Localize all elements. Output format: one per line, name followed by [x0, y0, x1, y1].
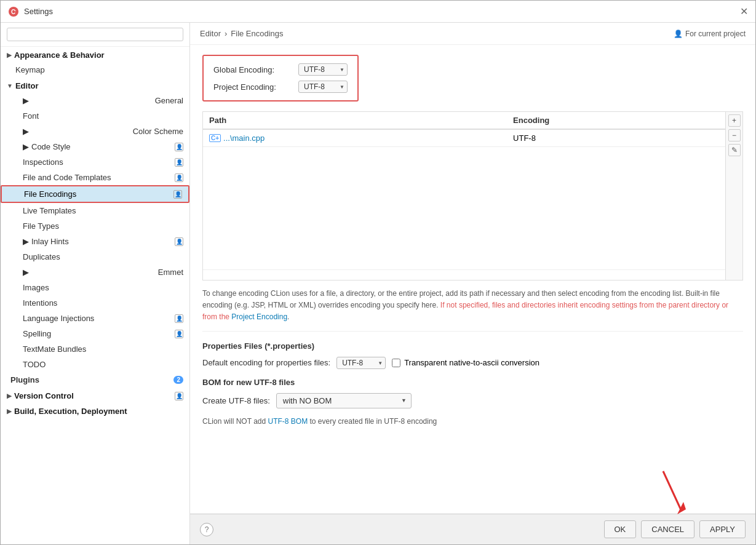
- bom-dropdown[interactable]: with NO BOM: [276, 393, 412, 408]
- global-encoding-dropdown[interactable]: UTF-8: [298, 63, 348, 76]
- sidebar-item-label: Inlay Hints: [31, 237, 69, 246]
- sidebar-item-emmet[interactable]: ▶ Emmet: [1, 265, 189, 280]
- sidebar-item-inlay-hints[interactable]: ▶ Inlay Hints 👤: [1, 234, 189, 249]
- apply-button[interactable]: APPLY: [699, 520, 746, 538]
- search-bar[interactable]: [1, 23, 189, 47]
- sidebar-item-font[interactable]: Font: [1, 108, 189, 124]
- sidebar-item-general[interactable]: ▶ General: [1, 93, 189, 108]
- file-path-cell: C+ ...\main.cpp: [209, 133, 501, 143]
- cancel-button[interactable]: CANCEL: [641, 520, 694, 538]
- title-bar: C + Settings ✕: [1, 1, 755, 23]
- sidebar-item-plugins[interactable]: Plugins 2: [1, 372, 189, 388]
- sidebar-item-inspections[interactable]: Inspections 👤: [1, 154, 189, 170]
- sidebar-item-label: General: [155, 96, 183, 105]
- edit-row-button[interactable]: ✎: [728, 144, 741, 156]
- sidebar-item-file-encodings[interactable]: File Encodings 👤: [1, 185, 189, 203]
- sidebar-item-label: Editor: [15, 81, 39, 90]
- file-table-wrapper: Path Encoding C+ ...\main.cpp: [202, 111, 743, 280]
- chevron-right-icon: ▶: [23, 96, 29, 105]
- search-input[interactable]: [7, 28, 183, 41]
- chevron-right-icon: ▶: [7, 408, 12, 415]
- project-encoding-dropdown-wrapper[interactable]: UTF-8: [298, 81, 348, 93]
- bom-desc-part1: CLion will NOT add: [202, 417, 268, 426]
- chevron-right-icon: ▶: [23, 268, 29, 277]
- user-scope-icon: 👤: [175, 173, 183, 182]
- properties-encoding-dropdown[interactable]: UTF-8: [336, 357, 386, 369]
- sidebar-item-color-scheme[interactable]: ▶ Color Scheme: [1, 124, 189, 139]
- chevron-right-icon: ▶: [7, 392, 12, 399]
- sidebar-item-images[interactable]: Images: [1, 280, 189, 295]
- sidebar-item-version-control[interactable]: ▶ Version Control 👤: [1, 388, 189, 403]
- sidebar-item-live-templates[interactable]: Live Templates: [1, 203, 189, 218]
- properties-encoding-dropdown-wrapper[interactable]: UTF-8: [336, 357, 386, 369]
- sidebar-item-language-injections[interactable]: Language Injections 👤: [1, 311, 189, 326]
- info-text: To change encoding CLion uses for a file…: [202, 288, 743, 332]
- sidebar-item-label: Build, Execution, Deployment: [14, 407, 127, 416]
- default-encoding-label: Default encoding for properties files:: [202, 358, 330, 367]
- chevron-right-icon: ▶: [7, 52, 12, 58]
- encoding-box: Global Encoding: UTF-8 Project Encoding:: [202, 55, 359, 101]
- user-scope-icon: 👤: [175, 143, 183, 151]
- sidebar-item-spelling[interactable]: Spelling 👤: [1, 326, 189, 341]
- sidebar-item-label: Appearance & Behavior: [14, 50, 105, 60]
- sidebar-item-textmate[interactable]: TextMate Bundles: [1, 341, 189, 357]
- footer: ? OK CANCEL APPLY: [190, 514, 755, 544]
- sidebar-item-label: Inspections: [23, 157, 63, 167]
- file-table: Path Encoding C+ ...\main.cpp: [203, 112, 725, 270]
- sidebar-item-label: Color Scheme: [133, 127, 183, 136]
- user-scope-icon: 👤: [175, 392, 183, 400]
- default-encoding-row: Default encoding for properties files: U…: [202, 357, 743, 369]
- utf8-bom-link[interactable]: UTF-8 BOM: [268, 417, 308, 426]
- project-encoding-link[interactable]: Project Encoding: [231, 312, 287, 321]
- sidebar-item-label: File Encodings: [24, 189, 76, 199]
- sidebar-group-appearance[interactable]: ▶ Appearance & Behavior: [1, 47, 189, 62]
- breadcrumb-file-encodings: File Encodings: [231, 29, 283, 38]
- sidebar-item-duplicates[interactable]: Duplicates: [1, 249, 189, 265]
- sidebar-item-label: TextMate Bundles: [23, 344, 86, 354]
- c-plus-icon: C+: [209, 134, 221, 142]
- sidebar-item-label: Live Templates: [23, 206, 76, 215]
- sidebar-item-file-code-templates[interactable]: File and Code Templates 👤: [1, 170, 189, 185]
- user-scope-icon: 👤: [175, 237, 183, 246]
- for-project-link[interactable]: 👤 For current project: [674, 30, 746, 38]
- window-title: Settings: [24, 7, 740, 16]
- add-row-button[interactable]: +: [728, 114, 741, 127]
- sidebar-item-keymap[interactable]: Keymap: [1, 62, 189, 78]
- sidebar-item-code-style[interactable]: ▶ Code Style 👤: [1, 139, 189, 154]
- sidebar-item-build[interactable]: ▶ Build, Execution, Deployment: [1, 403, 189, 418]
- app-icon: C +: [8, 6, 19, 17]
- sidebar-item-todo[interactable]: TODO: [1, 357, 189, 372]
- close-button[interactable]: ✕: [740, 6, 748, 17]
- properties-section-title: Properties Files (*.properties): [202, 341, 743, 351]
- bom-dropdown-wrapper[interactable]: with NO BOM: [276, 393, 412, 408]
- sidebar: ▶ Appearance & Behavior Keymap ▼ Editor …: [1, 23, 190, 544]
- table-row[interactable]: C+ ...\main.cpp UTF-8: [203, 129, 725, 147]
- global-encoding-label: Global Encoding:: [213, 65, 293, 74]
- remove-row-button[interactable]: −: [728, 129, 741, 141]
- ok-button[interactable]: OK: [604, 520, 637, 538]
- transparent-checkbox-wrap[interactable]: Transparent native-to-ascii conversion: [392, 358, 539, 367]
- project-encoding-label: Project Encoding:: [213, 82, 293, 92]
- global-encoding-dropdown-wrapper[interactable]: UTF-8: [298, 63, 348, 76]
- transparent-checkbox[interactable]: [392, 359, 400, 367]
- footer-left: ?: [200, 523, 213, 536]
- sidebar-item-label: Spelling: [23, 329, 51, 338]
- breadcrumb: Editor › File Encodings 👤 For current pr…: [190, 23, 755, 45]
- help-button[interactable]: ?: [200, 523, 213, 536]
- main-panel: Editor › File Encodings 👤 For current pr…: [190, 23, 755, 544]
- svg-text:+: +: [14, 9, 17, 12]
- sidebar-group-editor[interactable]: ▼ Editor: [1, 78, 189, 93]
- sidebar-item-file-types[interactable]: File Types: [1, 218, 189, 234]
- sidebar-item-label: File and Code Templates: [23, 173, 111, 182]
- global-encoding-row: Global Encoding: UTF-8: [213, 63, 348, 76]
- user-scope-icon: 👤: [175, 158, 183, 167]
- bom-section-title: BOM for new UTF-8 files: [202, 378, 743, 387]
- project-encoding-dropdown[interactable]: UTF-8: [298, 81, 348, 93]
- file-encoding: UTF-8: [507, 129, 725, 147]
- sidebar-item-label: Plugins: [10, 375, 39, 384]
- create-utf8-label: Create UTF-8 files:: [202, 396, 270, 405]
- footer-buttons: OK CANCEL APPLY: [604, 520, 746, 538]
- sidebar-item-intentions[interactable]: Intentions: [1, 295, 189, 311]
- bom-desc-part2: to every created file in UTF-8 encoding: [310, 417, 437, 426]
- encoding-box-wrapper: Global Encoding: UTF-8 Project Encoding:: [202, 55, 743, 101]
